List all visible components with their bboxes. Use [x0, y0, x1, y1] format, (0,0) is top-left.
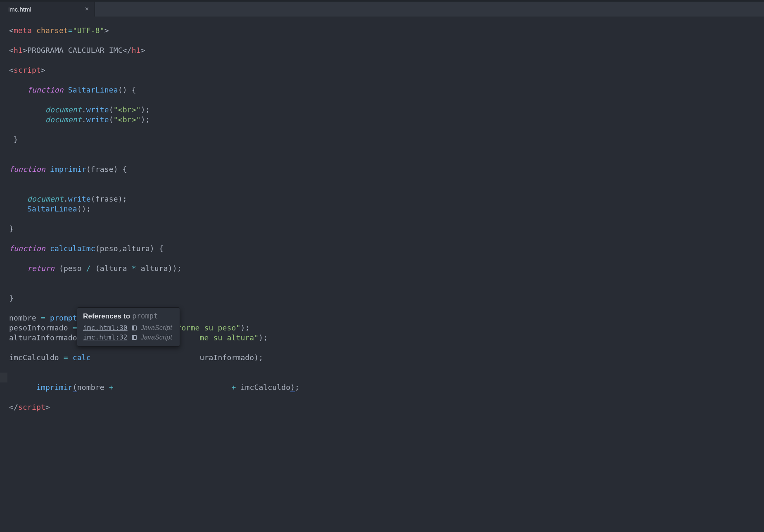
code-line[interactable]: function imprimir(frase) {: [9, 164, 764, 174]
tooltip-title: References to prompt: [83, 312, 172, 321]
tab-title: imc.html: [8, 6, 31, 13]
code-line[interactable]: document.write(frase);: [9, 194, 764, 204]
code-line[interactable]: <h1>PROGRAMA CALCULAR IMC</h1>: [9, 45, 764, 55]
code-line[interactable]: return (peso / (altura * altura));: [9, 264, 764, 273]
code-line[interactable]: function SaltarLinea() {: [9, 85, 764, 95]
code-line[interactable]: document.write("<br>");: [9, 105, 764, 115]
code-line[interactable]: <meta charset="UTF-8">: [9, 26, 764, 36]
reference-link[interactable]: imc.html:30: [83, 324, 128, 332]
file-badge-icon: [132, 335, 137, 340]
file-badge-icon: [132, 325, 137, 330]
close-icon[interactable]: ×: [85, 5, 89, 13]
code-line[interactable]: imcCalculdo = calculaImc(pesoInformado,a…: [9, 353, 764, 363]
code-line[interactable]: }: [9, 224, 764, 234]
code-line[interactable]: SaltarLinea();: [9, 204, 764, 214]
reference-lang: JavaScript: [141, 324, 172, 332]
reference-lang: JavaScript: [141, 334, 172, 341]
code-line[interactable]: }: [9, 135, 764, 145]
code-line[interactable]: }: [9, 293, 764, 303]
code-line[interactable]: imprimir(nombre + ", su imc calculado es…: [9, 373, 764, 382]
tab-imc-html[interactable]: imc.html ×: [0, 2, 95, 17]
editor-window: imc.html × <meta charset="UTF-8"> <h1>PR…: [0, 0, 764, 532]
references-tooltip: References to prompt imc.html:30 JavaScr…: [77, 307, 180, 347]
reference-link[interactable]: imc.html:32: [83, 333, 128, 341]
code-editor[interactable]: <meta charset="UTF-8"> <h1>PROGRAMA CALC…: [0, 17, 764, 412]
code-line[interactable]: <script>: [9, 65, 764, 75]
tab-bar: imc.html ×: [0, 2, 764, 17]
tooltip-row[interactable]: imc.html:32 JavaScript: [83, 332, 172, 342]
code-line[interactable]: document.write("<br>");: [9, 115, 764, 125]
tooltip-row[interactable]: imc.html:30 JavaScript: [83, 323, 172, 332]
gutter-highlight: [0, 373, 7, 382]
code-line[interactable]: </script>: [9, 402, 764, 412]
code-line[interactable]: function calculaImc(peso,altura) {: [9, 244, 764, 254]
